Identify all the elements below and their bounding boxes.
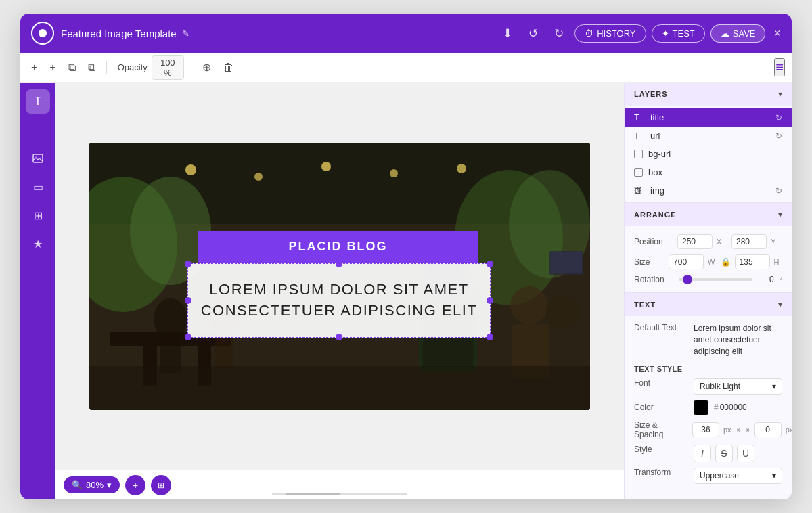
svg-point-8	[457, 164, 466, 173]
layers-chevron-icon: ▾	[778, 89, 782, 99]
layers-header[interactable]: LAYERS ▾	[625, 83, 792, 106]
tool-rect[interactable]: □	[26, 118, 50, 142]
layer-item-url[interactable]: T url ↻	[625, 127, 792, 145]
layer-name-title: title	[650, 112, 770, 122]
rotation-slider[interactable]	[679, 278, 752, 281]
canvas-body-text: LOREM IPSUM DOLOR SIT AMET CONSECTETUER …	[201, 280, 478, 321]
size-row: Size W 🔒 H	[634, 254, 782, 269]
handle-top-left[interactable]	[185, 261, 191, 267]
style-buttons: I S U	[694, 445, 754, 462]
layer-item-title[interactable]: T title ↻	[625, 108, 792, 127]
canvas-scroll[interactable]: PLACID BLOG LOREM IPSUM DOLOR SIT AM	[55, 83, 624, 470]
handle-bottom-center[interactable]	[336, 334, 342, 340]
arrange-chevron-icon: ▾	[778, 210, 782, 219]
letter-spacing-input[interactable]	[754, 422, 782, 437]
layer-name-box: box	[648, 167, 782, 177]
delete-button[interactable]: 🗑	[219, 59, 238, 76]
zoom-value: 80%	[86, 480, 104, 490]
handle-bottom-left[interactable]	[185, 334, 191, 340]
layer-refresh-img[interactable]: ↻	[775, 186, 782, 196]
zoom-fit-button[interactable]: ⊞	[151, 475, 171, 495]
x-axis-label: X	[717, 238, 727, 246]
handle-top-center[interactable]	[336, 261, 342, 267]
layer-refresh-title[interactable]: ↻	[775, 113, 782, 122]
rotation-row: Rotation 0 °	[634, 275, 782, 284]
undo-button[interactable]: ↺	[523, 24, 543, 43]
spacing-unit: px	[786, 426, 792, 434]
size-w-input[interactable]	[669, 254, 704, 269]
default-text-value: Lorem ipsum dolor sit amet consectetuer …	[694, 323, 782, 357]
svg-point-5	[254, 173, 263, 181]
close-button[interactable]: ×	[773, 26, 781, 41]
layers-list: T title ↻ T url ↻ bg-url	[625, 106, 792, 202]
color-swatch[interactable]	[694, 400, 708, 415]
rotation-thumb[interactable]	[683, 275, 692, 284]
header: Featured Image Template ✎ ⬇ ↺ ↻ ⏱ HISTOR…	[20, 14, 792, 53]
save-button[interactable]: ☁ SAVE	[710, 24, 766, 43]
svg-point-16	[154, 298, 187, 339]
rotation-label: Rotation	[634, 275, 673, 284]
size-spacing-row: Size & Spacing px ⇤⇥ px	[634, 420, 782, 439]
copy-button[interactable]: ⧉	[64, 59, 80, 76]
layer-checkbox-box[interactable]	[634, 168, 643, 177]
menu-button[interactable]: ≡	[774, 58, 785, 76]
edit-title-icon[interactable]: ✎	[182, 28, 189, 39]
test-button[interactable]: ✦ TEST	[652, 24, 705, 43]
svg-rect-28	[89, 366, 590, 410]
stamp-button[interactable]: ⊕	[198, 58, 215, 76]
toolbar: + + ⧉ ⧉ Opacity 100 % ⊕ 🗑 ≡	[20, 53, 792, 83]
text-header[interactable]: TEXT ▾	[625, 293, 792, 316]
lock-icon[interactable]: 🔒	[721, 257, 731, 267]
redo-button[interactable]: ↻	[549, 24, 569, 43]
zoom-in-button[interactable]: +	[125, 475, 145, 495]
save-icon: ☁	[721, 28, 729, 39]
history-button[interactable]: ⏱ HISTORY	[574, 24, 646, 43]
arrange-title: ARRANGE	[634, 210, 677, 219]
underline-button[interactable]: U	[737, 445, 754, 462]
zoom-level-button[interactable]: 🔍 80% ▾	[64, 476, 120, 493]
opacity-value[interactable]: 100 %	[152, 55, 184, 80]
handle-middle-left[interactable]	[185, 297, 191, 304]
tool-image[interactable]	[26, 146, 50, 171]
text-title: TEXT	[634, 300, 656, 309]
font-value: Rubik Light	[700, 382, 740, 391]
zoom-dropdown-icon: ▾	[107, 480, 112, 490]
layer-item-box[interactable]: box	[625, 163, 792, 181]
tool-components[interactable]: ⊞	[26, 203, 50, 227]
layer-item-bgurl[interactable]: bg-url	[625, 145, 792, 163]
toolbar-right: ≡	[774, 58, 785, 76]
add-button[interactable]: +	[27, 59, 41, 76]
strikethrough-button[interactable]: S	[715, 445, 733, 462]
canvas-text-box[interactable]: LOREM IPSUM DOLOR SIT AMET CONSECTETUER …	[187, 263, 491, 338]
style-row: Style I S U	[634, 445, 782, 462]
rotation-deg: °	[780, 275, 782, 284]
arrange-header[interactable]: ARRANGE ▾	[625, 203, 792, 226]
tool-star[interactable]: ★	[26, 231, 50, 256]
download-button[interactable]: ⬇	[497, 24, 518, 43]
position-y-input[interactable]	[731, 234, 767, 249]
position-row: Position X Y	[634, 234, 782, 249]
italic-button[interactable]: I	[694, 445, 711, 462]
tool-shape[interactable]: ▭	[26, 175, 50, 199]
text-chevron-icon: ▾	[778, 300, 782, 309]
app-window: Featured Image Template ✎ ⬇ ↺ ↻ ⏱ HISTOR…	[20, 14, 792, 499]
arrange-section: ARRANGE ▾ Position X Y Size	[625, 203, 792, 293]
size-h-input[interactable]	[735, 254, 770, 269]
toolbar-separator-2	[191, 61, 191, 74]
position-x-input[interactable]	[677, 234, 713, 249]
canvas-wrapper: PLACID BLOG LOREM IPSUM DOLOR SIT AM	[89, 143, 590, 410]
layer-refresh-url[interactable]: ↻	[775, 131, 782, 141]
handle-top-right[interactable]	[487, 261, 493, 267]
transform-select[interactable]: Uppercase ▾	[694, 468, 782, 484]
transform-row: Transform Uppercase ▾	[634, 468, 782, 484]
handle-bottom-right[interactable]	[487, 334, 493, 340]
handle-middle-right[interactable]	[487, 297, 493, 304]
font-select[interactable]: Rubik Light ▾	[694, 378, 782, 395]
font-size-input[interactable]	[692, 422, 719, 437]
horizontal-scrollbar[interactable]	[272, 493, 407, 495]
layer-checkbox-bgurl[interactable]	[634, 150, 643, 158]
layer-item-img[interactable]: 🖼 img ↻	[625, 181, 792, 200]
tool-text[interactable]: T	[26, 89, 50, 114]
paste-button[interactable]: ⧉	[84, 59, 99, 76]
add2-button[interactable]: +	[45, 59, 60, 76]
